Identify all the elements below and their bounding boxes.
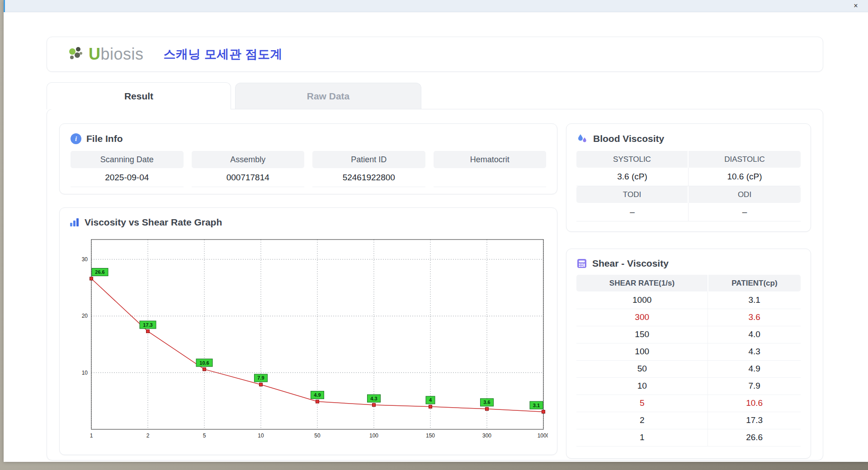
table-row: 3003.6 — [576, 309, 801, 326]
blood-viscosity-card: Blood Viscosity SYSTOLIC DIASTOLIC 3.6 (… — [566, 123, 811, 232]
svg-text:17.3: 17.3 — [143, 322, 152, 328]
header-card: Ubiosis 스캐닝 모세관 점도계 — [47, 37, 823, 72]
svg-text:4.3: 4.3 — [370, 396, 377, 401]
shear-viscosity-title: Shear - Viscosity — [592, 258, 669, 269]
field-assembly: Assembly 000717814 — [192, 151, 305, 187]
cell-rate: 300 — [576, 309, 708, 326]
table-row: 126.6 — [576, 429, 801, 446]
viscosity-chart: 26.617.310.67.94.94.343.63.1125105010015… — [69, 231, 548, 442]
field-patient-id: Patient ID 52461922800 — [312, 151, 425, 187]
cell-rate: 150 — [576, 326, 708, 343]
bv-label-odi: ODI — [689, 186, 801, 203]
table-row: 504.9 — [576, 360, 801, 377]
bv-label-diastolic: DIASTOLIC — [689, 151, 801, 168]
cell-rate: 2 — [576, 412, 708, 429]
bv-value-systolic: 3.6 (cP) — [576, 168, 689, 186]
logo-rest: biosis — [101, 45, 144, 63]
cell-patient: 4.3 — [708, 343, 801, 360]
svg-text:10: 10 — [82, 370, 88, 376]
svg-text:3.6: 3.6 — [483, 400, 490, 405]
app-title: 스캐닝 모세관 점도계 — [164, 46, 283, 62]
ubiosis-logo: Ubiosis — [66, 44, 144, 64]
titlebar-accent — [4, 0, 5, 12]
viscosity-chart-svg: 26.617.310.67.94.94.343.63.1125105010015… — [69, 231, 548, 440]
desktop-wallpaper: × Ubiosis 스캐닝 모세관 점도계 Result Raw Data — [0, 0, 868, 470]
svg-text:1: 1 — [90, 432, 93, 439]
cell-rate: 1 — [576, 429, 708, 446]
cell-patient: 7.9 — [708, 377, 801, 395]
cell-patient: 26.6 — [708, 429, 801, 446]
logo-letter-u: U — [89, 45, 101, 63]
cell-rate: 1000 — [576, 291, 708, 309]
svg-text:300: 300 — [482, 432, 491, 439]
cell-rate: 50 — [576, 360, 708, 377]
svg-text:10.6: 10.6 — [199, 360, 209, 366]
field-value: 2025-09-04 — [71, 168, 184, 187]
cell-patient: 3.1 — [708, 291, 801, 309]
svg-text:7.9: 7.9 — [257, 375, 264, 381]
shear-viscosity-table: SHEAR RATE(1/s) PATIENT(cp) 10003.1 3003… — [576, 275, 801, 446]
table-calculator-icon — [576, 258, 587, 269]
shear-viscosity-card: Shear - Viscosity SHEAR RATE(1/s) PATIEN… — [566, 249, 811, 459]
svg-text:150: 150 — [426, 432, 435, 439]
bv-label-systolic: SYSTOLIC — [576, 151, 689, 168]
field-scanning-date: Scanning Date 2025-09-04 — [71, 151, 184, 187]
bv-label-todi: TODI — [576, 186, 689, 203]
svg-text:2: 2 — [146, 432, 150, 439]
app-window: × Ubiosis 스캐닝 모세관 점도계 Result Raw Data — [4, 0, 868, 462]
field-value: 52461922800 — [312, 168, 425, 187]
svg-text:3.1: 3.1 — [533, 403, 540, 408]
field-value: 000717814 — [192, 168, 305, 187]
droplets-icon — [576, 133, 588, 145]
tab-raw-data[interactable]: Raw Data — [235, 83, 421, 109]
table-row: 217.3 — [576, 412, 801, 429]
table-row: 510.6 — [576, 395, 801, 412]
table-header-row: SHEAR RATE(1/s) PATIENT(cp) — [576, 275, 801, 291]
file-info-header: i File Info — [71, 133, 546, 144]
svg-text:100: 100 — [369, 432, 378, 439]
svg-text:10: 10 — [258, 432, 264, 439]
cell-patient: 10.6 — [708, 395, 801, 412]
table-row: 10003.1 — [576, 291, 801, 309]
tab-result[interactable]: Result — [47, 82, 231, 109]
file-info-fields: Scanning Date 2025-09-04 Assembly 000717… — [71, 151, 546, 187]
bar-chart-icon — [69, 217, 80, 228]
cell-patient: 3.6 — [708, 309, 801, 326]
blood-viscosity-title: Blood Viscosity — [593, 133, 664, 144]
field-label: Assembly — [192, 151, 305, 168]
blood-viscosity-header: Blood Viscosity — [576, 133, 801, 145]
svg-text:4.9: 4.9 — [314, 392, 321, 398]
logo-text: Ubiosis — [89, 45, 144, 64]
blood-viscosity-grid: SYSTOLIC DIASTOLIC 3.6 (cP) 10.6 (cP) TO… — [576, 151, 801, 221]
svg-text:20: 20 — [82, 313, 88, 319]
svg-text:50: 50 — [314, 432, 321, 439]
graph-title: Viscosity vs Shear Rate Graph — [85, 217, 222, 228]
field-value — [434, 168, 547, 187]
content-card: i File Info Scanning Date 2025-09-04 Ass… — [47, 109, 823, 461]
shear-viscosity-header: Shear - Viscosity — [576, 258, 801, 269]
col-patient: PATIENT(cp) — [708, 275, 801, 291]
info-icon: i — [71, 133, 81, 144]
close-button[interactable]: × — [851, 1, 861, 11]
cell-patient: 17.3 — [708, 412, 801, 429]
titlebar: × — [4, 0, 868, 12]
cell-rate: 100 — [576, 343, 708, 360]
cell-rate: 5 — [576, 395, 708, 412]
svg-text:5: 5 — [203, 432, 206, 439]
field-label: Scanning Date — [71, 151, 184, 168]
file-info-title: File Info — [86, 133, 123, 144]
svg-text:30: 30 — [82, 256, 88, 263]
bv-value-odi: – — [689, 203, 801, 221]
svg-text:1000: 1000 — [538, 432, 548, 439]
field-label: Patient ID — [312, 151, 425, 168]
table-row: 107.9 — [576, 377, 801, 395]
ubiosis-logo-icon — [66, 44, 86, 64]
col-shear-rate: SHEAR RATE(1/s) — [576, 275, 708, 291]
table-row: 1504.0 — [576, 326, 801, 343]
cell-patient: 4.9 — [708, 360, 801, 377]
field-hematocrit: Hematocrit — [434, 151, 547, 187]
svg-text:4: 4 — [429, 397, 432, 403]
bv-value-todi: – — [576, 203, 689, 221]
graph-card: Viscosity vs Shear Rate Graph 26.617.310… — [59, 207, 557, 455]
cell-patient: 4.0 — [708, 326, 801, 343]
